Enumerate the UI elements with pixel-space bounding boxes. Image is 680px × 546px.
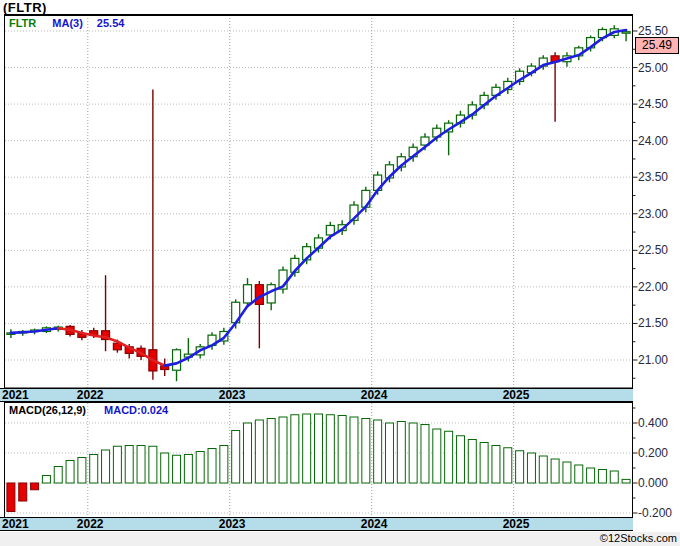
svg-text:24.50: 24.50 [638, 97, 668, 111]
macd-legend-value: MACD:0.024 [104, 404, 168, 416]
page-title: (FLTR) [3, 0, 47, 15]
year-label: 2024 [361, 389, 388, 401]
price-legend: FLTRMA(3)25.54 [9, 17, 124, 29]
year-label: 2023 [219, 389, 246, 401]
year-label: 2021 [2, 389, 29, 401]
last-price-badge: 25.49 [635, 37, 679, 54]
candlesticks [7, 25, 630, 381]
footer-strip: ©12Stocks.com [0, 532, 680, 546]
svg-text:22.50: 22.50 [638, 243, 668, 257]
macd-legend-label: MACD(26,12,9) [9, 404, 86, 416]
x-axis-band-main: 20212022202320242025 [0, 388, 633, 402]
svg-text:24.00: 24.00 [638, 134, 668, 148]
svg-text:21.00: 21.00 [638, 353, 668, 367]
svg-text:0.200: 0.200 [638, 446, 668, 460]
macd-legend: MACD(26,12,9)MACD:0.024 [9, 404, 168, 416]
year-label: 2025 [503, 389, 530, 401]
copyright-watermark: ©12Stocks.com [600, 532, 677, 544]
svg-text:0.000: 0.000 [638, 476, 668, 490]
year-label: 2024 [361, 518, 388, 530]
svg-text:0.400: 0.400 [638, 416, 668, 430]
stock-chart-page: 25.5025.0024.5024.0023.5023.0022.5022.00… [0, 0, 680, 546]
svg-text:21.50: 21.50 [638, 316, 668, 330]
macd-bars [7, 414, 630, 512]
legend-ma-value: 25.54 [97, 17, 125, 29]
x-axis-band-macd: 20212022202320242025 [0, 517, 633, 531]
axis-ticks-labels: 25.5025.0024.5024.0023.5023.0022.5022.00… [633, 24, 673, 520]
chart-canvas: 25.5025.0024.5024.0023.5023.0022.5022.00… [0, 0, 680, 546]
svg-text:-0.200: -0.200 [638, 506, 672, 520]
svg-text:23.50: 23.50 [638, 170, 668, 184]
year-label: 2021 [2, 518, 29, 530]
svg-text:22.00: 22.00 [638, 280, 668, 294]
ma-line [11, 30, 626, 366]
year-label: 2022 [77, 389, 104, 401]
year-label: 2023 [219, 518, 246, 530]
svg-text:25.00: 25.00 [638, 61, 668, 75]
year-label: 2022 [77, 518, 104, 530]
svg-text:25.50: 25.50 [638, 24, 668, 38]
year-label: 2025 [503, 518, 530, 530]
svg-text:23.00: 23.00 [638, 207, 668, 221]
legend-ma-label: MA(3) [52, 17, 83, 29]
legend-symbol: FLTR [9, 17, 36, 29]
